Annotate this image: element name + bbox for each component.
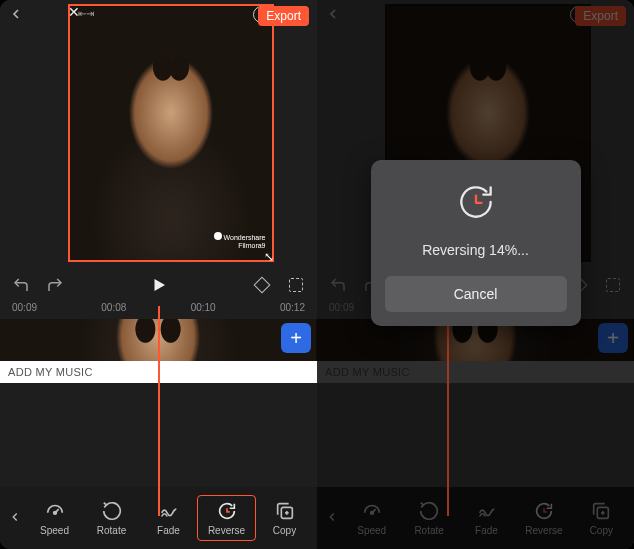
speed-icon bbox=[44, 500, 66, 522]
add-clip-button[interactable]: + bbox=[281, 323, 311, 353]
editor-panel-after: 2 Export 00:09 bbox=[317, 0, 634, 549]
playhead-indicator[interactable] bbox=[158, 306, 160, 516]
reverse-icon bbox=[216, 500, 238, 522]
tool-label: Copy bbox=[273, 525, 296, 536]
export-button[interactable]: Export bbox=[258, 6, 309, 26]
ruler-mark: 00:10 bbox=[191, 302, 216, 313]
transport-bar bbox=[0, 270, 317, 298]
dialog-cancel-button[interactable]: Cancel bbox=[385, 276, 567, 312]
redo-button[interactable] bbox=[46, 276, 64, 294]
video-preview[interactable]: ✕ ⇤⇥ 2 Wondershare Filmora9 ⤡ bbox=[68, 4, 274, 262]
tool-label: Rotate bbox=[97, 525, 126, 536]
rotate-tool[interactable]: Rotate bbox=[83, 496, 140, 540]
rotate-icon bbox=[101, 500, 123, 522]
close-icon[interactable]: ✕ bbox=[68, 4, 80, 20]
editor-panel-before: ✕ ⇤⇥ 2 Wondershare Filmora9 ⤡ Export bbox=[0, 0, 317, 549]
wm-line2: Filmora9 bbox=[238, 242, 265, 249]
fade-tool[interactable]: Fade bbox=[140, 496, 197, 540]
frame-handle-icon: ⇤⇥ bbox=[78, 8, 94, 19]
fullscreen-button[interactable] bbox=[287, 276, 305, 294]
wm-line1: Wondershare bbox=[224, 234, 266, 241]
ruler-mark: 00:08 bbox=[101, 302, 126, 313]
svg-marker-0 bbox=[154, 279, 165, 291]
copy-tool[interactable]: Copy bbox=[256, 496, 313, 540]
undo-button[interactable] bbox=[12, 276, 30, 294]
reversing-spinner-icon bbox=[454, 180, 498, 224]
resize-handle-icon[interactable]: ⤡ bbox=[264, 250, 274, 264]
tool-label: Speed bbox=[40, 525, 69, 536]
ruler-mark: 00:12 bbox=[280, 302, 305, 313]
speed-tool[interactable]: Speed bbox=[26, 496, 83, 540]
watermark: Wondershare Filmora9 bbox=[214, 232, 266, 250]
preview-wrapper: ✕ ⇤⇥ 2 Wondershare Filmora9 ⤡ bbox=[28, 4, 313, 262]
toolbar-scroll-left[interactable] bbox=[4, 510, 26, 527]
comparison-container: ✕ ⇤⇥ 2 Wondershare Filmora9 ⤡ Export bbox=[0, 0, 634, 549]
fade-icon bbox=[158, 500, 180, 522]
ruler-mark: 00:09 bbox=[12, 302, 37, 313]
keyframe-button[interactable] bbox=[253, 276, 271, 294]
reverse-tool[interactable]: Reverse bbox=[197, 495, 256, 541]
reversing-dialog: Reversing 14%... Cancel bbox=[371, 160, 581, 326]
back-button[interactable] bbox=[8, 4, 24, 27]
header: ✕ ⇤⇥ 2 Wondershare Filmora9 ⤡ bbox=[0, 0, 317, 270]
tool-label: Reverse bbox=[208, 525, 245, 536]
dialog-message: Reversing 14%... bbox=[385, 242, 567, 258]
tool-label: Fade bbox=[157, 525, 180, 536]
play-button[interactable] bbox=[150, 276, 168, 294]
copy-icon bbox=[274, 500, 296, 522]
preview-still bbox=[70, 6, 272, 260]
